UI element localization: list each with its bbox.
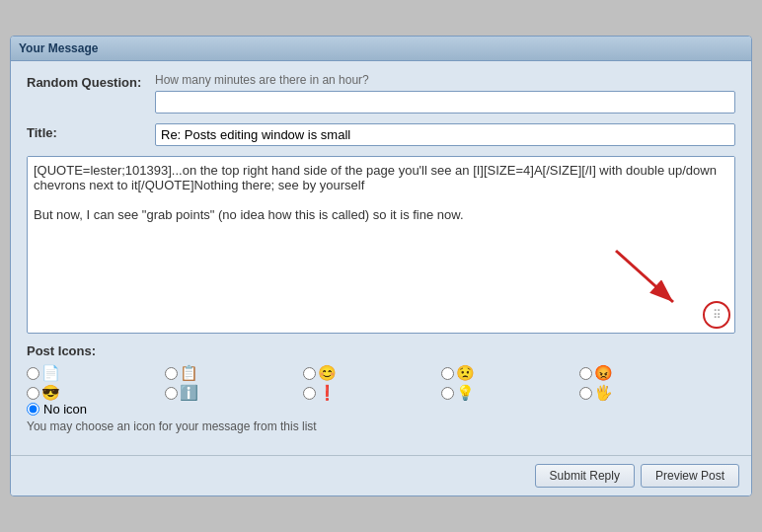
icon-radio-clip[interactable] <box>165 367 178 380</box>
sad-icon: 😟 <box>456 364 475 382</box>
icon-cell-page: 📄 <box>27 364 165 382</box>
info-icon: ℹ️ <box>180 384 198 402</box>
title-field <box>155 123 735 146</box>
smile-icon: 😊 <box>318 364 337 382</box>
icon-cell-angry: 😡 <box>579 364 718 382</box>
message-area-wrapper: ⠿ <box>27 156 735 334</box>
post-icons-title: Post Icons: <box>27 343 735 358</box>
dialog-title: Your Message <box>19 41 98 55</box>
icon-cell-info: ℹ️ <box>165 384 303 402</box>
idea-icon: 💡 <box>456 384 475 402</box>
icons-row-2: 😎 ℹ️ ❗ 💡 � <box>27 384 735 402</box>
icon-cell-smile: 😊 <box>303 364 441 382</box>
random-question-label: Random Question: <box>27 73 155 90</box>
exclaim-icon: ❗ <box>318 384 337 402</box>
submit-reply-button[interactable]: Submit Reply <box>535 464 635 488</box>
dialog-content: Random Question: How many minutes are th… <box>11 61 751 455</box>
angry-icon: 😡 <box>594 364 613 382</box>
icon-radio-info[interactable] <box>165 387 178 400</box>
icon-radio-idea[interactable] <box>441 387 454 400</box>
icon-cell-hand: 🖐️ <box>579 384 718 402</box>
hand-icon: 🖐️ <box>594 384 613 402</box>
random-question-row: Random Question: How many minutes are th… <box>27 73 735 114</box>
icon-radio-sad[interactable] <box>441 367 454 380</box>
icon-cell-clip: 📋 <box>165 364 303 382</box>
icon-radio-none[interactable] <box>27 403 39 416</box>
preview-post-button[interactable]: Preview Post <box>641 464 739 488</box>
cool-icon: 😎 <box>41 384 60 402</box>
icon-cell-cool: 😎 <box>27 384 165 402</box>
icon-cell-idea: 💡 <box>441 384 579 402</box>
message-dialog: Your Message Random Question: How many m… <box>10 36 752 496</box>
icon-radio-exclaim[interactable] <box>303 387 316 400</box>
icon-cell-sad: 😟 <box>441 364 579 382</box>
message-textarea[interactable] <box>28 157 734 330</box>
icon-radio-hand[interactable] <box>579 387 592 400</box>
icon-radio-page[interactable] <box>27 367 39 380</box>
icons-table: 📄 📋 😊 😟 <box>27 364 735 402</box>
title-row: Title: <box>27 123 735 146</box>
resize-handle[interactable]: ⠿ <box>703 301 730 329</box>
dialog-footer: Submit Reply Preview Post <box>11 455 751 495</box>
title-input[interactable] <box>155 123 735 146</box>
dialog-titlebar: Your Message <box>11 37 751 61</box>
title-label: Title: <box>27 123 155 140</box>
icons-row-1: 📄 📋 😊 😟 <box>27 364 735 382</box>
icon-radio-cool[interactable] <box>27 387 39 400</box>
random-question-input[interactable] <box>155 91 735 114</box>
random-question-field: How many minutes are there in an hour? <box>155 73 735 114</box>
page-icon: 📄 <box>41 364 60 382</box>
question-hint: How many minutes are there in an hour? <box>155 73 735 87</box>
icon-hint-text: You may choose an icon for your message … <box>27 419 735 433</box>
icon-cell-exclaim: ❗ <box>303 384 441 402</box>
no-icon-row: No icon <box>27 402 735 417</box>
post-icons-section: Post Icons: 📄 📋 😊 <box>27 343 735 433</box>
icon-radio-angry[interactable] <box>579 367 592 380</box>
icon-radio-smile[interactable] <box>303 367 316 380</box>
clip-icon: 📋 <box>180 364 198 382</box>
no-icon-label: No icon <box>43 402 87 417</box>
